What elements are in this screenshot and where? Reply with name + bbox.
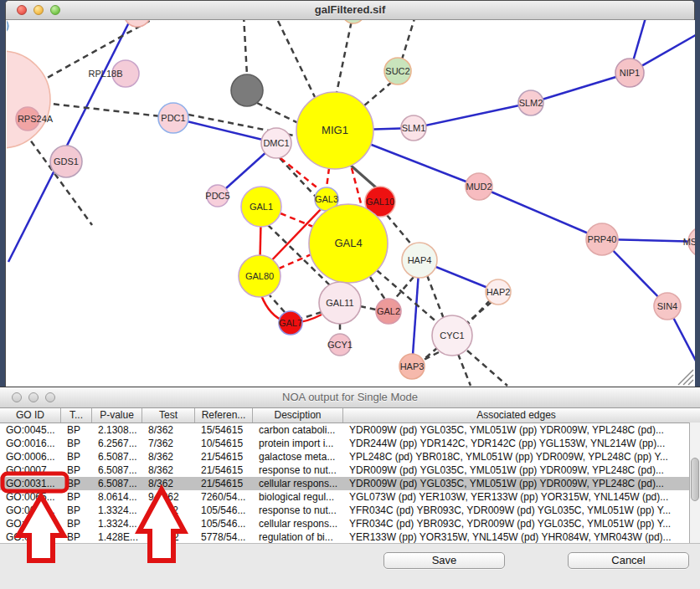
edge[interactable] — [270, 295, 285, 312]
edge[interactable] — [531, 73, 630, 103]
cell: 7/362 — [142, 437, 195, 450]
edge[interactable] — [278, 21, 315, 97]
edge[interactable] — [387, 215, 412, 245]
edge[interactable] — [370, 277, 385, 300]
node-label-SLM2: SLM2 — [519, 98, 543, 108]
noa-window-titlebar[interactable]: NOA output for Single Mode — [0, 387, 700, 408]
network-window-title: galFiltered.sif — [6, 3, 694, 16]
cancel-button[interactable]: Cancel — [568, 552, 689, 569]
edge[interactable] — [394, 277, 414, 300]
cell: 1.428E... — [92, 530, 142, 544]
column-header-associated-edges[interactable]: Associated edges — [343, 408, 689, 423]
edge[interactable] — [327, 168, 329, 187]
cell: 80/362 — [142, 530, 195, 544]
edge[interactable] — [337, 20, 353, 93]
cell: GO:0016... — [0, 437, 61, 450]
edge[interactable] — [257, 103, 301, 125]
cell: 21/54615 — [195, 477, 253, 490]
node-label-RPL18B: RPL18B — [89, 69, 123, 79]
edge[interactable] — [244, 20, 247, 75]
table-row[interactable]: GO:0031...BP6.5087...8/36221/54615cellul… — [0, 477, 700, 490]
node-label-NIP1: NIP1 — [620, 68, 640, 78]
table-row[interactable]: GO:0045...BP2.1308...8/36215/54615carbon… — [0, 423, 700, 437]
cell: YGL073W (pd) YER103W, YER133W (pp) YOR31… — [343, 490, 689, 504]
table-row[interactable]: GO:0007...BP6.5087...8/36221/54615respon… — [0, 464, 700, 477]
cell: 6.5087... — [92, 477, 142, 490]
cell: YPL248C (pd) YBR018C, YML051W (pp) YDR00… — [343, 450, 689, 464]
edge[interactable] — [479, 187, 602, 239]
cell: 8.0614... — [92, 490, 142, 504]
vertical-scrollbar[interactable] — [689, 423, 700, 543]
edge[interactable] — [427, 275, 444, 319]
cell: 6.5087... — [92, 450, 142, 464]
edge[interactable] — [360, 306, 376, 310]
network-canvas[interactable]: RPL18BRPS24AGDS1PDC1PDC5MIG1DMC1SUC2SLM1… — [7, 20, 695, 387]
node-label-GAL10: GAL10 — [366, 197, 394, 207]
table-header-row[interactable]: GO IDT...P-valueTestReferen...Desciption… — [0, 408, 700, 423]
node-gray-node[interactable] — [231, 74, 263, 106]
cell: 11/362 — [142, 504, 195, 517]
cell: BP — [61, 517, 92, 530]
node-top-green[interactable] — [342, 20, 364, 23]
node-label-HAP4: HAP4 — [408, 255, 432, 265]
cell: 7260/54... — [195, 490, 253, 504]
cell: YDR009W (pd) YGL035C, YML051W (pp) YDR00… — [343, 464, 689, 477]
network-view-window: galFiltered.sif RPL18BRPS24AGDS1PDC1PDC5… — [5, 0, 695, 387]
column-header-p-value[interactable]: P-value — [92, 408, 142, 423]
edge[interactable] — [279, 254, 313, 269]
table-row[interactable]: GO:0016...BP6.2567...7/36210/54615protei… — [0, 437, 700, 450]
scrollbar-thumb[interactable] — [691, 458, 699, 501]
edge[interactable] — [363, 82, 392, 106]
table-body: GO:0045...BP2.1308...8/36215/54615carbon… — [0, 423, 700, 544]
edge[interactable] — [173, 118, 276, 143]
column-header-go-id[interactable]: GO ID — [0, 408, 61, 423]
cell: YDR244W (pp) YDR142C, YDR142C (pp) YGL15… — [343, 437, 689, 450]
node-top-blue[interactable] — [7, 20, 8, 33]
node-big-left[interactable] — [7, 51, 50, 148]
edge[interactable] — [422, 352, 439, 361]
table-row[interactable]: GO:0050...BP1.428E...80/3625778/54...reg… — [0, 530, 700, 544]
node-label-MIG1: MIG1 — [322, 124, 348, 136]
edge[interactable] — [468, 300, 490, 324]
table-row[interactable]: GO:0031...BP1.3324...11/362105/546...res… — [0, 504, 700, 517]
cell: 8/362 — [142, 423, 195, 437]
network-window-titlebar[interactable]: galFiltered.sif — [6, 1, 694, 20]
cell: 105/546... — [195, 504, 253, 517]
cell: YDR009W (pd) YGL035C, YML051W (pp) YDR00… — [343, 423, 689, 437]
table-row[interactable]: GO:0031...BP1.3324...11/362105/546...cel… — [0, 517, 700, 530]
cell: GO:0031... — [0, 477, 61, 490]
cell: YFR034C (pd) YBR093C, YDR009W (pd) YGL03… — [343, 517, 689, 530]
node-label-MSL1: MSL1 — [683, 237, 695, 247]
cell: GO:0050... — [0, 530, 61, 544]
cell: BP — [61, 490, 92, 504]
node-label-PRP40: PRP40 — [588, 234, 617, 244]
edge[interactable] — [44, 103, 161, 116]
cell: biological regul... — [253, 490, 343, 504]
cell: YER133W (pp) YOR315W, YNL145W (pd) YHR08… — [343, 530, 689, 544]
node-label-GAL2: GAL2 — [377, 306, 400, 316]
cell: 11/362 — [142, 517, 195, 530]
column-header-referen-[interactable]: Referen... — [195, 408, 253, 423]
edge[interactable] — [281, 213, 313, 227]
edge[interactable] — [414, 103, 531, 128]
network-graph[interactable]: RPL18BRPS24AGDS1PDC1PDC5MIG1DMC1SUC2SLM1… — [7, 20, 695, 387]
cell: 15/54615 — [195, 423, 253, 437]
column-header-desciption[interactable]: Desciption — [253, 408, 343, 423]
cell: BP — [61, 530, 92, 544]
table-row[interactable]: GO:0006...BP6.5087...8/36221/54615galact… — [0, 450, 700, 464]
cell: 105/546... — [195, 517, 253, 530]
node-label-SLM1: SLM1 — [402, 123, 426, 133]
edge[interactable] — [349, 164, 377, 188]
cell: 10/54615 — [195, 437, 253, 450]
cell: 8/362 — [142, 464, 195, 477]
column-header-t-[interactable]: T... — [61, 408, 92, 423]
save-button[interactable]: Save — [383, 552, 505, 569]
edge[interactable] — [402, 20, 415, 59]
edge[interactable] — [458, 354, 471, 386]
cell: response to nut... — [253, 504, 343, 517]
table-row[interactable]: GO:0065...BP8.0614...94/3627260/54...bio… — [0, 490, 700, 504]
node-label-GAL7: GAL7 — [279, 318, 302, 328]
column-header-test[interactable]: Test — [142, 408, 195, 423]
node-label-HAP3: HAP3 — [400, 361, 425, 371]
edge[interactable] — [467, 351, 507, 386]
